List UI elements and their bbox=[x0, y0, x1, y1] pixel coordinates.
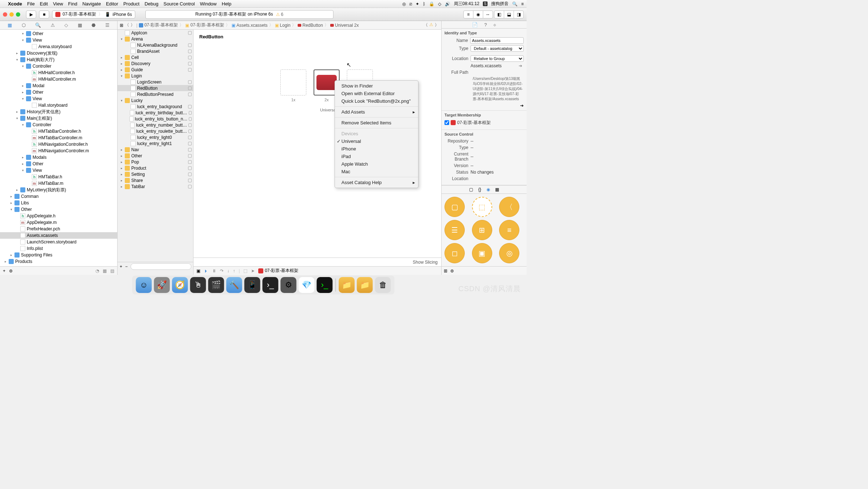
tree-row[interactable]: Arena.storyboard bbox=[0, 43, 117, 50]
asset-row[interactable]: ▸Nav bbox=[118, 146, 193, 153]
menu-item[interactable]: iPhone bbox=[335, 145, 418, 153]
issue-nav-icon[interactable]: ⚠ bbox=[51, 22, 55, 28]
sketch-app[interactable]: 💎 bbox=[299, 277, 315, 293]
step-in-icon[interactable]: ↓ bbox=[227, 268, 229, 273]
status-icon[interactable]: ◎ bbox=[402, 1, 406, 7]
lib-item[interactable]: ⊞ bbox=[472, 220, 492, 240]
settings-app[interactable]: ⚙ bbox=[281, 277, 297, 293]
tree-row[interactable]: ▸MyLottery(我的彩票) bbox=[0, 187, 117, 193]
filter-library-icon[interactable]: ⊚ bbox=[450, 268, 454, 273]
asset-row[interactable]: LoginScreen bbox=[118, 79, 193, 85]
clock[interactable]: 周三08:41:12 bbox=[454, 1, 480, 7]
step-out-icon[interactable]: ↑ bbox=[233, 268, 235, 273]
wifi-icon[interactable]: ◇ bbox=[438, 1, 441, 7]
asset-row[interactable]: ▾Arena bbox=[118, 36, 193, 42]
step-over-icon[interactable]: ↷ bbox=[220, 268, 224, 273]
symbol-nav-icon[interactable]: ⬡ bbox=[22, 22, 26, 28]
tree-row[interactable]: ▸Modals bbox=[0, 154, 117, 161]
media-library-icon[interactable]: ▦ bbox=[495, 187, 499, 192]
folder-app[interactable]: 📁 bbox=[339, 277, 355, 293]
assistant-editor[interactable]: ◉ bbox=[473, 10, 483, 18]
minimize-window[interactable] bbox=[9, 12, 14, 17]
nav-forward[interactable]: 〉 bbox=[131, 22, 135, 28]
asset-filter-input[interactable] bbox=[131, 263, 191, 270]
folder2-app[interactable]: 📁 bbox=[357, 277, 373, 293]
asset-row[interactable]: RedButton bbox=[118, 85, 193, 91]
tree-row[interactable]: mHMTabBarController.m bbox=[0, 135, 117, 141]
nav-back[interactable]: 〈 bbox=[125, 22, 129, 28]
ime-label[interactable]: 搜狗拼音 bbox=[491, 1, 509, 7]
volume-icon[interactable]: 🔊 bbox=[445, 1, 450, 7]
tree-row[interactable]: ▸Modal bbox=[0, 82, 117, 89]
menu-edit[interactable]: Edit bbox=[40, 1, 48, 7]
target-checkbox[interactable] bbox=[444, 119, 449, 126]
lib-item[interactable]: ◻ bbox=[444, 243, 465, 263]
xcode-app[interactable]: 🔨 bbox=[226, 277, 242, 293]
menu-item[interactable]: Asset Catalog Help bbox=[335, 179, 418, 186]
tree-row[interactable]: hHMTabBar.h bbox=[0, 174, 117, 180]
add-button[interactable]: + bbox=[3, 268, 5, 273]
lib-item[interactable]: ◎ bbox=[499, 243, 519, 263]
tree-row[interactable]: ▾Hall(购彩大厅) bbox=[0, 56, 117, 63]
asset-row[interactable]: ▸Discovery bbox=[118, 60, 193, 67]
tree-row[interactable]: hAppDelegate.h bbox=[0, 213, 117, 219]
menu-item[interactable]: Apple Watch bbox=[335, 160, 418, 168]
asset-row[interactable]: ▸Share bbox=[118, 177, 193, 183]
imovie-app[interactable]: 🎬 bbox=[208, 277, 224, 293]
menu-item[interactable]: Open with External Editor bbox=[335, 90, 418, 97]
lib-item[interactable]: ≡ bbox=[499, 220, 519, 240]
warnings-badge[interactable]: 6 bbox=[276, 12, 284, 17]
show-slicing-button[interactable]: Show Slicing bbox=[413, 260, 438, 265]
terminal-app[interactable]: ›_ bbox=[263, 277, 278, 293]
iterm-app[interactable]: ›_ bbox=[317, 277, 333, 293]
spotlight-icon[interactable]: 🔍 bbox=[512, 1, 518, 7]
safari-app[interactable]: 🧭 bbox=[172, 277, 188, 293]
tree-row[interactable]: ▸Comman bbox=[0, 193, 117, 200]
debug-nav-icon[interactable]: ▦ bbox=[78, 22, 82, 28]
standard-editor[interactable]: ≡ bbox=[463, 10, 473, 18]
location-icon[interactable]: ➤ bbox=[251, 268, 255, 273]
asset-row[interactable]: lucky_entry_light0 bbox=[118, 134, 193, 140]
lib-item[interactable]: ☰ bbox=[444, 220, 465, 240]
asset-outline[interactable]: AppIcon▾ArenaNLArenaBackgroundBrandAsset… bbox=[118, 30, 193, 275]
reveal-finder-icon[interactable]: ➔ bbox=[520, 103, 524, 108]
asset-row[interactable]: luck_entry_lots_button_n… bbox=[118, 116, 193, 122]
asset-row[interactable]: ▸Guide bbox=[118, 67, 193, 73]
filter-button[interactable]: ▤ bbox=[110, 268, 114, 273]
type-select[interactable]: Default - assetcatalog bbox=[471, 45, 524, 52]
tree-row[interactable]: ▾View bbox=[0, 95, 117, 102]
tree-row[interactable]: hHMTabBarController.h bbox=[0, 128, 117, 135]
asset-row[interactable]: NLArenaBackground bbox=[118, 42, 193, 48]
toggle-debug[interactable]: ⬓ bbox=[504, 10, 514, 18]
lib-item[interactable]: 〈 bbox=[499, 197, 519, 217]
mouse-app[interactable]: 🖱 bbox=[190, 277, 206, 293]
display-icon[interactable]: ⎚ bbox=[409, 1, 412, 7]
lib-item[interactable]: ⬚ bbox=[472, 197, 492, 217]
remove-asset-button[interactable]: − bbox=[125, 264, 128, 269]
tree-row[interactable]: ▸Libs bbox=[0, 200, 117, 206]
launchpad-app[interactable]: 🚀 bbox=[154, 277, 170, 293]
menu-app[interactable]: Xcode bbox=[8, 1, 22, 7]
menu-item[interactable]: Mac bbox=[335, 168, 418, 175]
lock-icon[interactable]: 🔒 bbox=[429, 1, 434, 7]
menu-source-control[interactable]: Source Control bbox=[163, 1, 195, 7]
tree-row[interactable]: ▾Other bbox=[0, 206, 117, 213]
version-editor[interactable]: ↔ bbox=[483, 10, 493, 18]
test-nav-icon[interactable]: ◇ bbox=[64, 22, 68, 28]
grid-view-icon[interactable]: ⊞ bbox=[444, 268, 447, 273]
close-window[interactable] bbox=[3, 12, 7, 17]
reveal-icon[interactable]: ➔ bbox=[519, 63, 524, 68]
tree-row[interactable]: ▸Supporting Files bbox=[0, 252, 117, 258]
related-items-icon[interactable]: ⊞ bbox=[120, 23, 123, 28]
plus-icon[interactable]: ✦ bbox=[416, 1, 419, 7]
activity-viewer[interactable]: Running 07-彩票-基本框架 on iPhone 6s 6 bbox=[145, 10, 333, 19]
pause-icon[interactable]: ⏸ bbox=[212, 268, 216, 273]
file-inspector-icon[interactable]: 📄 bbox=[472, 22, 478, 27]
asset-row[interactable]: ▾Login bbox=[118, 73, 193, 79]
object-library-icon[interactable]: ◉ bbox=[486, 187, 490, 192]
menu-item[interactable]: iPad bbox=[335, 153, 418, 160]
tree-row[interactable]: Info.plist bbox=[0, 245, 117, 252]
jump-bar[interactable]: ⊞ 〈 〉 | 07-彩票-基本框架〉 ▣07-彩票-基本框架〉 ▣Assets… bbox=[118, 21, 441, 30]
menu-item[interactable]: Universal bbox=[335, 137, 418, 145]
identity-inspector-icon[interactable]: ⟐ bbox=[493, 22, 496, 27]
